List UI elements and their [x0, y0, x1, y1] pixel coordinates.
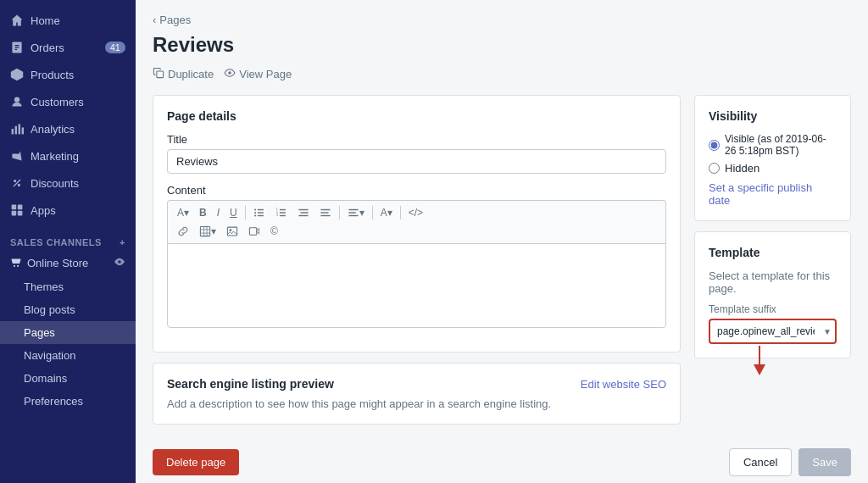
toolbar-sep-4	[400, 206, 401, 219]
toolbar-align-btn[interactable]: ▾	[343, 204, 369, 221]
svg-point-16	[14, 265, 15, 267]
template-select-container: page.opinew_all_reviewspagepage.contact …	[709, 319, 837, 344]
sidebar-item-domains[interactable]: Domains	[0, 367, 136, 390]
sidebar-item-discounts[interactable]: Discounts	[0, 169, 136, 197]
sidebar: Home Orders 41 Products Customers Analyt…	[0, 0, 136, 483]
sidebar-item-preferences[interactable]: Preferences	[0, 390, 136, 413]
toolbar-code-btn[interactable]: </>	[404, 204, 427, 221]
svg-rect-13	[18, 205, 23, 210]
svg-rect-12	[12, 205, 17, 210]
home-icon	[10, 14, 24, 27]
cancel-button[interactable]: Cancel	[729, 448, 792, 476]
toolbar-indent-btn[interactable]	[293, 204, 314, 221]
toolbar-ol-btn[interactable]: 123	[271, 204, 292, 221]
red-arrow-annotation	[747, 346, 772, 380]
seo-edit-link[interactable]: Edit website SEO	[581, 378, 666, 391]
sales-channels-section: SALES CHANNELS +	[0, 230, 136, 251]
sidebar-item-products[interactable]: Products	[0, 61, 136, 88]
toolbar-row-2: ▾ ©	[173, 223, 660, 240]
title-input[interactable]	[167, 149, 666, 174]
duplicate-button[interactable]: Duplicate	[153, 67, 214, 81]
svg-rect-7	[19, 124, 20, 134]
sidebar-item-online-store[interactable]: Online Store	[0, 251, 136, 275]
svg-rect-36	[320, 209, 330, 210]
hidden-option[interactable]: Hidden	[709, 162, 837, 175]
breadcrumb: ‹ Pages	[153, 14, 851, 26]
title-field-group: Title	[167, 133, 666, 174]
toolbar-image-btn[interactable]	[222, 223, 242, 240]
bottom-actions: Delete page Cancel Save	[136, 438, 868, 483]
save-button[interactable]: Save	[798, 448, 851, 476]
toolbar-video-btn[interactable]	[244, 223, 264, 240]
marketing-icon	[10, 149, 24, 163]
svg-rect-8	[22, 127, 24, 134]
svg-point-18	[118, 260, 121, 264]
view-page-button[interactable]: View Page	[224, 67, 292, 81]
breadcrumb-parent[interactable]: Pages	[159, 14, 191, 26]
svg-rect-23	[258, 215, 264, 216]
toolbar-link-btn[interactable]	[173, 223, 193, 240]
page-title: Reviews	[153, 33, 851, 57]
toolbar-underline-btn[interactable]: U	[225, 204, 242, 221]
seo-description: Add a description to see how this page m…	[167, 397, 666, 410]
svg-rect-34	[300, 212, 308, 213]
svg-rect-21	[258, 209, 264, 210]
left-column: Page details Title Content A▾ B I	[153, 95, 681, 425]
svg-rect-37	[320, 212, 328, 213]
editor-area[interactable]	[167, 243, 666, 328]
add-channel-icon[interactable]: +	[120, 237, 125, 247]
page-body: ‹ Pages Reviews Duplicate View Page	[136, 0, 868, 438]
svg-rect-6	[15, 126, 17, 135]
sidebar-item-navigation[interactable]: Navigation	[0, 344, 136, 367]
svg-text:3: 3	[275, 214, 277, 217]
visible-option[interactable]: Visible (as of 2019-06-26 5:18pm BST)	[709, 133, 837, 157]
hidden-radio[interactable]	[709, 163, 720, 174]
sidebar-item-themes[interactable]: Themes	[0, 275, 136, 298]
orders-badge: 41	[105, 42, 125, 53]
sidebar-item-pages[interactable]: Pages	[0, 321, 136, 344]
orders-icon	[10, 41, 24, 54]
toolbar-table-btn[interactable]: ▾	[195, 223, 220, 240]
content-label: Content	[167, 184, 666, 197]
sidebar-item-orders[interactable]: Orders 41	[0, 34, 136, 61]
toolbar-color-btn[interactable]: A▾	[376, 204, 397, 221]
sidebar-item-home[interactable]: Home	[0, 7, 136, 34]
sidebar-item-marketing[interactable]: Marketing	[0, 142, 136, 169]
sidebar-item-customers[interactable]: Customers	[0, 88, 136, 115]
svg-point-9	[14, 180, 16, 182]
svg-rect-22	[258, 212, 264, 213]
sidebar-item-blog-posts[interactable]: Blog posts	[0, 298, 136, 321]
svg-point-48	[230, 229, 232, 231]
visibility-card: Visibility Visible (as of 2019-06-26 5:1…	[694, 95, 851, 221]
template-select[interactable]: page.opinew_all_reviewspagepage.contact	[709, 319, 837, 344]
publish-date-link[interactable]: Set a specific publish date	[709, 181, 837, 207]
toolbar-outdent-btn[interactable]	[315, 204, 336, 221]
svg-rect-35	[298, 215, 308, 216]
visible-radio[interactable]	[709, 140, 720, 151]
toolbar-bold-btn[interactable]: B	[195, 204, 211, 221]
svg-point-24	[254, 208, 256, 210]
toolbar-italic-btn[interactable]: I	[213, 204, 224, 221]
toolbar-ul-btn[interactable]	[249, 204, 270, 221]
page-details-card: Page details Title Content A▾ B I	[153, 95, 681, 353]
editor-toolbar: A▾ B I U 123	[167, 200, 666, 243]
right-actions: Cancel Save	[729, 448, 851, 476]
eye-icon[interactable]	[114, 256, 125, 270]
svg-rect-27	[280, 209, 286, 210]
delete-page-button[interactable]: Delete page	[153, 449, 239, 475]
customers-icon	[10, 95, 24, 108]
page-details-title: Page details	[167, 109, 666, 123]
title-label: Title	[167, 133, 666, 146]
sidebar-item-apps[interactable]: Apps	[0, 197, 136, 224]
svg-point-20	[228, 71, 231, 75]
svg-point-10	[18, 184, 20, 186]
toolbar-special-btn[interactable]: ©	[266, 223, 282, 240]
svg-rect-33	[298, 209, 308, 210]
template-description: Select a template for this page.	[709, 269, 837, 295]
right-column: Visibility Visible (as of 2019-06-26 5:1…	[694, 95, 851, 425]
breadcrumb-chevron: ‹	[153, 14, 156, 26]
toolbar-font-btn[interactable]: A▾	[173, 204, 193, 221]
content-field-group: Content A▾ B I U	[167, 184, 666, 328]
sidebar-item-analytics[interactable]: Analytics	[0, 115, 136, 142]
products-icon	[10, 68, 24, 81]
